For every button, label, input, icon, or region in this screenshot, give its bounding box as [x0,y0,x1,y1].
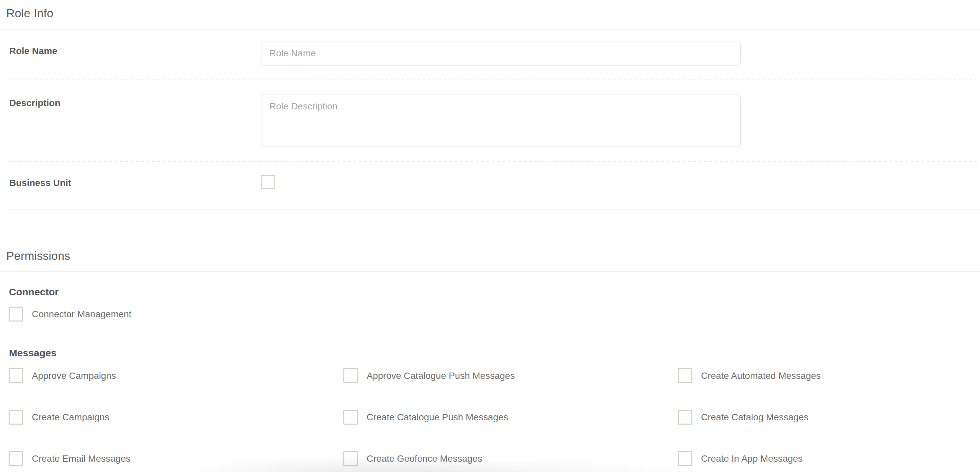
business-unit-checkbox[interactable] [261,175,275,189]
permission-label: Approve Campaigns [32,371,116,381]
permission-item-create-catalog-messages: Create Catalog Messages [678,410,980,424]
permission-item-create-email-messages: Create Email Messages [9,451,344,466]
messages-permissions-grid: Approve Campaigns Approve Catalogue Push… [9,368,980,466]
permission-label: Create Geofence Messages [367,453,482,464]
permission-label: Create Automated Messages [701,371,821,381]
permission-item-create-geofence-messages: Create Geofence Messages [344,451,678,466]
permission-label: Connector Management [32,309,131,320]
role-info-bottom-separator [9,209,980,210]
role-info-separator [0,29,980,30]
role-description-textarea[interactable] [261,94,741,147]
permission-label: Create In App Messages [701,453,803,464]
permission-label: Create Catalogue Push Messages [367,412,508,423]
permissions-separator [0,271,980,272]
role-name-label: Role Name [9,46,57,56]
row-divider-dashed [9,79,980,80]
permission-item-approve-campaigns: Approve Campaigns [9,368,344,383]
permission-item-approve-catalogue-push-messages: Approve Catalogue Push Messages [344,368,678,383]
role-form-page: Role Info Role Name Description Business… [0,0,980,472]
create-catalog-messages-checkbox[interactable] [678,410,692,424]
connector-management-checkbox[interactable] [9,307,23,322]
business-unit-label: Business Unit [9,177,71,188]
row-divider-dashed [9,162,980,162]
connector-group-heading: Connector [9,287,59,298]
create-catalogue-push-messages-checkbox[interactable] [344,410,358,424]
permission-item-create-automated-messages: Create Automated Messages [678,368,980,383]
permission-label: Create Email Messages [32,453,130,464]
create-in-app-messages-checkbox[interactable] [678,451,692,466]
role-info-title: Role Info [6,6,53,20]
approve-campaigns-checkbox[interactable] [9,368,23,383]
permission-item-create-campaigns: Create Campaigns [9,410,344,424]
permission-label: Create Campaigns [32,412,109,423]
permission-label: Create Catalog Messages [701,412,808,423]
approve-catalogue-push-messages-checkbox[interactable] [344,368,358,383]
create-campaigns-checkbox[interactable] [9,410,23,424]
create-geofence-messages-checkbox[interactable] [344,451,358,466]
messages-group-heading: Messages [9,347,56,359]
create-email-messages-checkbox[interactable] [9,451,23,466]
permission-label: Approve Catalogue Push Messages [367,371,515,381]
permissions-title: Permissions [6,249,70,263]
create-automated-messages-checkbox[interactable] [678,368,692,383]
role-name-input[interactable] [261,41,741,66]
description-label: Description [9,98,60,108]
permission-item-create-in-app-messages: Create In App Messages [678,451,980,466]
permission-item-connector-management: Connector Management [9,307,131,322]
permission-item-create-catalogue-push-messages: Create Catalogue Push Messages [344,410,678,424]
